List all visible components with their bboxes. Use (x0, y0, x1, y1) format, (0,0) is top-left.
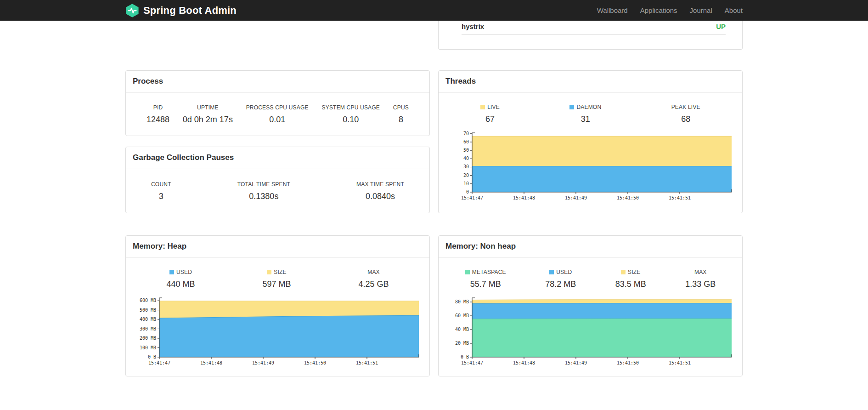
svg-text:15:41:48: 15:41:48 (513, 195, 535, 200)
legend-value: 78.2 MB (545, 279, 576, 289)
svg-text:200 MB: 200 MB (140, 336, 156, 341)
used-swatch-icon (549, 270, 554, 274)
svg-text:15:41:50: 15:41:50 (617, 360, 639, 365)
legend-live: LIVE 67 (480, 104, 500, 124)
memory-nonheap-panel: Memory: Non heap METASPACE 55.7 MB USED (438, 235, 743, 376)
navbar: Spring Boot Admin Wallboard Applications… (0, 0, 868, 21)
svg-text:400 MB: 400 MB (140, 317, 156, 322)
svg-text:15:41:51: 15:41:51 (669, 360, 691, 365)
svg-text:500 MB: 500 MB (140, 308, 156, 313)
svg-text:15:41:49: 15:41:49 (565, 195, 587, 200)
svg-text:600 MB: 600 MB (140, 298, 156, 303)
daemon-swatch-icon (569, 105, 574, 109)
legend-daemon: DAEMON 31 (569, 104, 601, 124)
svg-text:0 B: 0 B (148, 354, 156, 359)
metric-value: 0d 0h 2m 17s (183, 115, 233, 125)
threads-panel-body: LIVE 67 DAEMON 31 PEAK LIVE 68 (439, 93, 742, 203)
memory-nonheap-panel-title: Memory: Non heap (445, 242, 735, 251)
legend-label: SIZE (262, 269, 291, 275)
legend-value: 67 (480, 114, 500, 124)
metric-value: 12488 (147, 115, 169, 125)
metric-label: SYSTEM CPU USAGE (322, 104, 380, 111)
nav-item-about[interactable]: About (725, 6, 743, 14)
process-panel: Process PID 12488 UPTIME 0d 0h 2m 17s PR… (125, 70, 430, 136)
process-panel-title: Process (133, 77, 423, 86)
memory-heap-panel-body: USED 440 MB SIZE 597 MB MAX 4.25 GB (126, 258, 429, 368)
svg-text:15:41:48: 15:41:48 (513, 360, 535, 365)
svg-text:20 MB: 20 MB (455, 341, 469, 346)
legend-metaspace: METASPACE 55.7 MB (465, 269, 506, 289)
health-row-hystrix: hystrix UP (462, 21, 726, 35)
nonheap-legend: METASPACE 55.7 MB USED 78.2 MB SIZE (445, 269, 735, 289)
threads-panel: Threads LIVE 67 DAEMON 31 (438, 70, 743, 213)
metric-label: PROCESS CPU USAGE (246, 104, 309, 111)
svg-text:40 MB: 40 MB (455, 327, 469, 332)
legend-label: USED (545, 269, 576, 275)
legend-value: 440 MB (166, 279, 195, 289)
gc-panel: Garbage Collection Pauses COUNT 3 TOTAL … (125, 147, 430, 213)
nav-item-journal[interactable]: Journal (690, 6, 712, 14)
svg-text:60 MB: 60 MB (455, 313, 469, 318)
metric-value: 0.01 (246, 115, 309, 125)
metric-value: 3 (151, 192, 171, 201)
legend-label: DAEMON (569, 104, 601, 110)
svg-text:50: 50 (463, 148, 469, 153)
svg-text:70: 70 (463, 131, 469, 136)
metric-label: MAX TIME SPENT (356, 181, 404, 188)
used-swatch-icon (169, 270, 174, 274)
nav-item-applications[interactable]: Applications (640, 6, 677, 14)
svg-text:15:41:47: 15:41:47 (461, 195, 483, 200)
svg-text:100 MB: 100 MB (140, 345, 156, 350)
live-swatch-icon (480, 105, 485, 109)
memory-nonheap-chart: 0 B20 MB40 MB60 MB80 MB15:41:4715:41:481… (445, 296, 736, 368)
nav-item-wallboard[interactable]: Wallboard (597, 6, 628, 14)
memory-heap-chart: 0 B100 MB200 MB300 MB400 MB500 MB600 MB1… (133, 296, 423, 368)
health-panel: hystrix UP (438, 21, 743, 50)
threads-panel-header: Threads (439, 71, 742, 93)
metric-value: 0.0840s (356, 192, 404, 201)
gc-panel-body: COUNT 3 TOTAL TIME SPENT 0.1380s MAX TIM… (126, 169, 429, 213)
svg-text:10: 10 (463, 181, 469, 186)
metric-label: CPUS (393, 104, 409, 111)
svg-text:40: 40 (463, 156, 469, 161)
legend-value: 31 (569, 114, 601, 124)
brand-title: Spring Boot Admin (143, 5, 237, 17)
metric-label: UPTIME (183, 104, 233, 111)
app-logo-icon (125, 4, 139, 17)
heap-legend: USED 440 MB SIZE 597 MB MAX 4.25 GB (133, 269, 423, 289)
navbar-inner: Spring Boot Admin Wallboard Applications… (125, 0, 743, 21)
metric-pid: PID 12488 (147, 104, 169, 125)
metric-cpus: CPUS 8 (393, 104, 409, 125)
threads-panel-title: Threads (445, 77, 735, 86)
svg-text:15:41:48: 15:41:48 (200, 360, 222, 365)
process-metrics: PID 12488 UPTIME 0d 0h 2m 17s PROCESS CP… (147, 104, 409, 125)
legend-label: SIZE (615, 269, 646, 275)
health-item-name: hystrix (462, 23, 484, 30)
threads-legend: LIVE 67 DAEMON 31 PEAK LIVE 68 (445, 104, 735, 124)
content: Process PID 12488 UPTIME 0d 0h 2m 17s PR… (125, 21, 743, 376)
metric-label: COUNT (151, 181, 171, 188)
memory-nonheap-panel-body: METASPACE 55.7 MB USED 78.2 MB SIZE (439, 258, 742, 368)
process-panel-header: Process (126, 71, 429, 93)
legend-label: USED (166, 269, 195, 275)
status-badge: UP (716, 23, 726, 30)
legend-label: MAX (358, 269, 389, 275)
brand-link[interactable]: Spring Boot Admin (125, 4, 237, 17)
legend-nonheap-used: USED 78.2 MB (545, 269, 576, 289)
legend-value: 597 MB (262, 279, 291, 289)
memory-nonheap-panel-header: Memory: Non heap (439, 236, 742, 258)
legend-value: 68 (671, 114, 700, 124)
legend-label: LIVE (480, 104, 500, 110)
nav-links: Wallboard Applications Journal About (597, 6, 743, 15)
legend-value: 55.7 MB (465, 279, 506, 289)
svg-text:80 MB: 80 MB (455, 299, 469, 304)
svg-text:15:41:47: 15:41:47 (148, 360, 170, 365)
metaspace-swatch-icon (465, 270, 470, 274)
svg-text:15:41:50: 15:41:50 (304, 360, 326, 365)
gc-panel-title: Garbage Collection Pauses (133, 153, 423, 162)
threads-chart: 01020304050607015:41:4715:41:4815:41:491… (445, 131, 736, 203)
svg-text:15:41:47: 15:41:47 (461, 360, 483, 365)
svg-text:15:41:51: 15:41:51 (669, 195, 691, 200)
svg-text:0: 0 (466, 189, 469, 194)
svg-text:15:41:49: 15:41:49 (252, 360, 274, 365)
